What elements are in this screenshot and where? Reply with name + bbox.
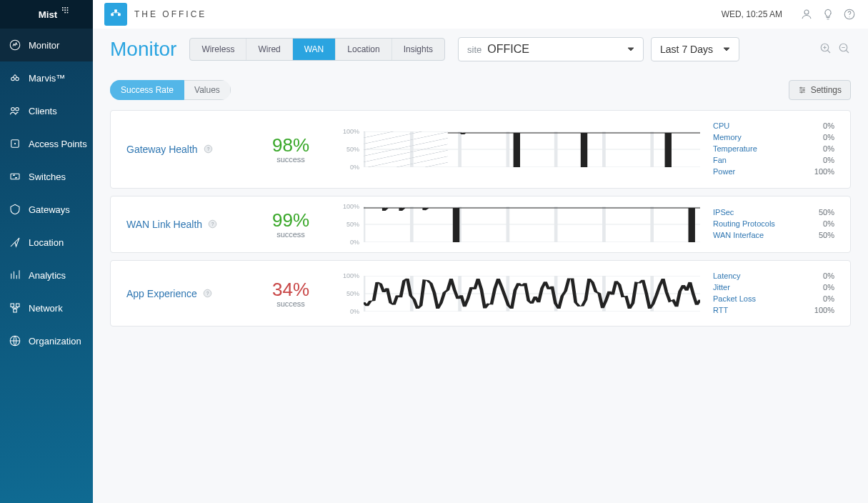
help-icon[interactable]: ? [208, 219, 217, 229]
sidebar: Mist MonitorMarvis™ClientsAccess PointsS… [0, 0, 93, 503]
settings-button[interactable]: Settings [789, 80, 851, 100]
main-column: THE OFFICE WED, 10:25 AM Monitor Wireles… [93, 0, 868, 503]
sidebar-item-label: Network [29, 303, 63, 314]
stat-key[interactable]: RTT [713, 305, 728, 317]
stat-key[interactable]: Latency [713, 271, 741, 282]
zoom-out-icon[interactable] [838, 42, 851, 57]
stat-key[interactable]: Routing Protocols [713, 219, 775, 230]
stat-row: Power100% [713, 166, 834, 178]
tab-insights[interactable]: Insights [392, 39, 444, 60]
tab-wired[interactable]: Wired [246, 39, 292, 60]
stat-key[interactable]: Jitter [713, 282, 730, 294]
sidebar-item-analytics[interactable]: Analytics [0, 259, 93, 292]
svg-rect-18 [16, 304, 20, 307]
stat-key[interactable]: Temperature [713, 144, 757, 155]
sliders-icon [798, 86, 807, 94]
cards-list: Gateway Health ? 98% success 100%50%0% C… [110, 110, 851, 327]
org-chip-icon [104, 3, 127, 26]
marvis-icon [9, 71, 21, 84]
svg-rect-19 [14, 309, 17, 313]
stat-row: CPU0% [713, 121, 834, 132]
svg-rect-22 [118, 13, 121, 16]
stat-key[interactable]: IPSec [713, 207, 734, 219]
tab-bar: WirelessWiredWANLocationInsights [189, 38, 445, 61]
svg-point-30 [803, 89, 804, 91]
svg-rect-5 [66, 7, 68, 9]
site-selector-prefix: site [467, 44, 482, 55]
stat-value: 0% [823, 155, 834, 166]
stat-value: 0% [823, 271, 834, 282]
zoom-in-icon[interactable] [819, 42, 832, 57]
stat-key[interactable]: Memory [713, 132, 742, 144]
stat-row: Latency0% [713, 271, 834, 282]
subtab-group: Success RateValues [110, 80, 231, 100]
chevron-down-icon [723, 46, 730, 53]
stat-key[interactable]: Packet Loss [713, 294, 756, 305]
sidebar-item-ap[interactable]: Access Points [0, 127, 93, 160]
timerange-selector[interactable]: Last 7 Days [651, 37, 739, 61]
sidebar-item-label: Gateways [29, 204, 70, 215]
metric-name[interactable]: Gateway Health [126, 144, 198, 155]
metric-card: WAN Link Health ? 99% success 100%50%0% … [110, 196, 851, 253]
stat-value: 0% [823, 294, 834, 305]
svg-point-26 [849, 16, 849, 17]
svg-point-15 [14, 143, 16, 144]
site-selector[interactable]: site OFFICE [458, 37, 644, 61]
page-body: Monitor WirelessWiredWANLocationInsights… [93, 29, 868, 503]
metric-name[interactable]: App Experience [126, 288, 197, 299]
svg-rect-45 [364, 131, 448, 167]
help-icon[interactable] [842, 7, 857, 21]
svg-text:?: ? [211, 221, 214, 226]
help-icon[interactable]: ? [204, 144, 213, 154]
sidebar-item-location[interactable]: Location [0, 226, 93, 259]
metric-card: Gateway Health ? 98% success 100%50%0% C… [110, 110, 851, 189]
svg-point-10 [11, 77, 15, 81]
subtab-values[interactable]: Values [184, 80, 231, 100]
stat-row: Packet Loss0% [713, 294, 834, 305]
metric-stats: IPSec50%Routing Protocols0%WAN Interface… [713, 207, 834, 241]
sidebar-item-monitor[interactable]: Monitor [0, 29, 93, 61]
stat-value: 0% [823, 219, 834, 230]
svg-point-29 [800, 87, 802, 89]
stat-value: 0% [823, 282, 834, 294]
sidebar-item-label: Location [29, 237, 64, 248]
gateways-icon [9, 203, 21, 216]
sidebar-item-organization[interactable]: Organization [0, 324, 93, 357]
stat-key[interactable]: Fan [713, 155, 727, 166]
sidebar-item-switches[interactable]: Switches [0, 160, 93, 193]
metric-percent: 34% success [255, 279, 326, 308]
svg-rect-2 [66, 9, 68, 11]
switches-icon [9, 170, 21, 183]
metric-name[interactable]: WAN Link Health [126, 219, 202, 230]
bulb-icon[interactable] [821, 7, 835, 21]
ap-icon [9, 137, 21, 150]
stat-key[interactable]: Power [713, 166, 735, 178]
sidebar-item-network[interactable]: Network [0, 292, 93, 324]
svg-rect-1 [64, 9, 66, 11]
svg-point-31 [801, 91, 802, 93]
tab-wan[interactable]: WAN [293, 39, 336, 60]
user-icon[interactable] [799, 7, 814, 21]
tab-wireless[interactable]: Wireless [190, 39, 246, 60]
subtab-success-rate[interactable]: Success Rate [110, 80, 184, 100]
stat-value: 50% [819, 230, 834, 241]
metric-stats: CPU0%Memory0%Temperature0%Fan0%Power100% [713, 121, 834, 178]
metric-chart: 100%50%0% [326, 131, 713, 167]
sidebar-item-clients[interactable]: Clients [0, 94, 93, 127]
stat-row: Jitter0% [713, 282, 834, 294]
svg-rect-21 [111, 13, 114, 16]
svg-rect-4 [64, 7, 66, 9]
svg-rect-6 [64, 12, 66, 14]
tab-location[interactable]: Location [336, 39, 391, 60]
page-title: Monitor [110, 38, 176, 61]
site-selector-value: OFFICE [487, 43, 529, 56]
stat-key[interactable]: CPU [713, 121, 729, 132]
metric-percent: 99% success [255, 209, 326, 239]
sidebar-item-gateways[interactable]: Gateways [0, 193, 93, 226]
sidebar-item-label: Switches [29, 171, 66, 182]
sidebar-item-marvis[interactable]: Marvis™ [0, 61, 93, 94]
svg-rect-8 [62, 9, 64, 11]
help-icon[interactable]: ? [203, 289, 212, 298]
stat-key[interactable]: WAN Interface [713, 230, 764, 241]
svg-text:Mist: Mist [38, 9, 57, 20]
